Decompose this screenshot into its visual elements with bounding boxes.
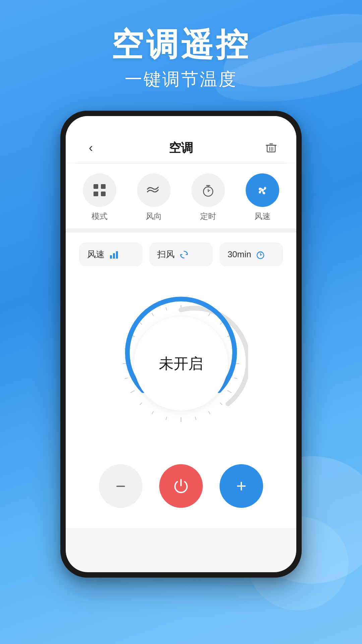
svg-line-46 xyxy=(166,307,167,311)
svg-line-30 xyxy=(234,378,237,379)
main-title: 空调遥控 xyxy=(0,27,362,62)
timer-button[interactable]: 定时 xyxy=(191,173,225,222)
phone-screen: ‹ 空调 xyxy=(66,116,296,572)
wind-speed-button[interactable]: 风速 xyxy=(246,173,279,222)
svg-line-40 xyxy=(125,378,128,379)
fan-icon xyxy=(255,182,270,198)
minus-button[interactable]: − xyxy=(99,464,142,508)
svg-line-32 xyxy=(220,402,222,405)
wind-dir-button[interactable]: 风向 xyxy=(137,173,171,222)
mode-label: 模式 xyxy=(92,211,108,222)
svg-line-36 xyxy=(166,417,167,420)
app-title: 空调 xyxy=(169,140,193,156)
timer-panel[interactable]: 30min xyxy=(220,243,283,266)
timer-panel-label: 30min xyxy=(228,249,251,260)
status-bar xyxy=(66,116,296,133)
wind-dir-label: 风向 xyxy=(146,211,162,222)
delete-icon xyxy=(265,142,277,154)
wind-speed-label: 风速 xyxy=(254,211,270,222)
clock-icon xyxy=(256,250,265,259)
svg-line-38 xyxy=(140,402,142,405)
power-icon xyxy=(172,477,190,495)
dial-area: 未开启 xyxy=(66,276,296,454)
back-button[interactable]: ‹ xyxy=(82,140,99,156)
svg-line-26 xyxy=(220,322,222,325)
control-panels: 风速 扫风 3 xyxy=(66,232,296,276)
dial-status: 未开启 xyxy=(159,354,203,374)
minus-icon: − xyxy=(116,476,126,496)
wind-dir-icon xyxy=(146,182,162,198)
svg-rect-7 xyxy=(101,184,106,189)
bar-chart-icon xyxy=(109,250,119,259)
svg-rect-9 xyxy=(101,192,106,196)
svg-rect-18 xyxy=(116,251,118,259)
refresh-icon xyxy=(179,250,189,259)
svg-line-31 xyxy=(228,390,232,393)
back-icon: ‹ xyxy=(89,141,93,155)
delete-button[interactable] xyxy=(263,140,280,156)
timer-circle xyxy=(191,173,225,207)
wind-speed-circle xyxy=(246,173,279,207)
section-divider xyxy=(66,228,296,232)
app-header: ‹ 空调 xyxy=(66,133,296,163)
plus-icon: + xyxy=(236,476,246,496)
svg-rect-16 xyxy=(110,255,112,259)
svg-rect-6 xyxy=(94,184,98,189)
sweep-panel-label: 扫风 xyxy=(157,249,175,260)
dial-container[interactable]: 未开启 xyxy=(114,297,248,431)
svg-line-34 xyxy=(195,417,196,420)
plus-button[interactable]: + xyxy=(220,464,263,508)
sweep-panel[interactable]: 扫风 xyxy=(149,243,213,266)
phone-mockup: ‹ 空调 xyxy=(60,111,302,578)
page-header: 空调遥控 一键调节温度 xyxy=(0,0,362,101)
mode-button[interactable]: 模式 xyxy=(83,173,116,222)
svg-line-25 xyxy=(208,313,210,316)
timer-icon xyxy=(201,183,216,198)
dial-center: 未开启 xyxy=(134,317,228,411)
timer-label: 定时 xyxy=(200,211,216,222)
svg-line-37 xyxy=(152,411,154,414)
wind-speed-panel-label: 风速 xyxy=(87,249,105,260)
mode-icon xyxy=(92,183,107,198)
function-row: 模式 风向 xyxy=(66,163,296,228)
svg-line-44 xyxy=(140,322,142,325)
wind-speed-panel[interactable]: 风速 xyxy=(79,243,142,266)
svg-line-33 xyxy=(208,411,210,414)
svg-rect-17 xyxy=(113,253,115,259)
sub-title: 一键调节温度 xyxy=(0,68,362,91)
power-button[interactable] xyxy=(159,464,203,508)
svg-line-45 xyxy=(152,313,154,316)
wind-dir-circle xyxy=(137,173,171,207)
phone-frame: ‹ 空调 xyxy=(60,111,302,578)
svg-rect-8 xyxy=(94,192,98,196)
svg-line-39 xyxy=(130,390,134,393)
bottom-controls: − + xyxy=(66,454,296,528)
mode-circle xyxy=(83,173,116,207)
